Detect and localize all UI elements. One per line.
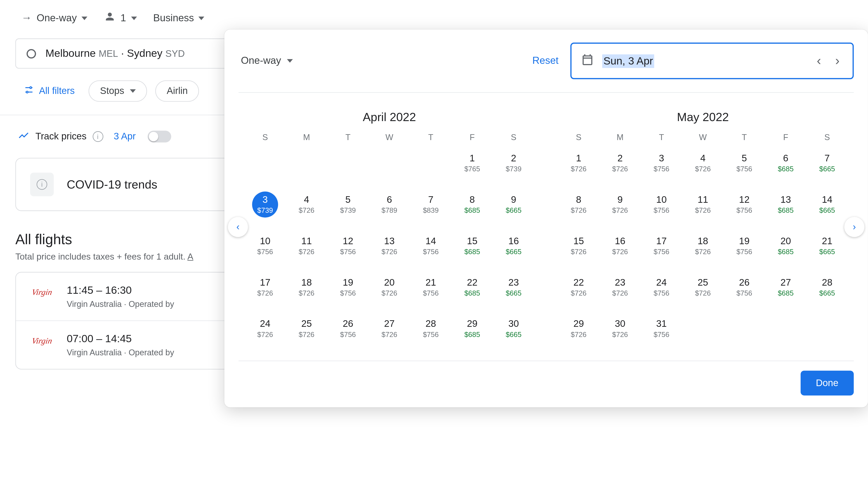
calendar-day[interactable]: 13$726 (369, 231, 410, 261)
day-number: 4 (700, 153, 706, 164)
calendar-day[interactable]: 20$685 (765, 231, 806, 261)
info-icon[interactable]: i (92, 131, 103, 142)
calendar-day[interactable]: 16$726 (599, 231, 641, 261)
date-next-button[interactable]: › (832, 52, 843, 70)
cabin-select[interactable]: Business (153, 12, 205, 24)
popover-trip-type-select[interactable]: One-way (239, 51, 295, 70)
day-price: $665 (819, 289, 835, 297)
calendar-day[interactable]: 25$726 (682, 272, 723, 303)
calendar-day[interactable]: 8$726 (558, 189, 599, 220)
calendar-day[interactable]: 6$685 (765, 148, 806, 178)
calendar-day[interactable]: 12$756 (723, 189, 765, 220)
calendar-day[interactable]: 1$765 (452, 148, 493, 178)
calendar-day[interactable]: 4$726 (286, 189, 327, 220)
calendar-day[interactable]: 6$789 (369, 189, 410, 220)
calendar-day[interactable]: 14$665 (807, 189, 848, 220)
day-price: $726 (299, 206, 314, 215)
calendar-day[interactable]: 28$665 (807, 272, 848, 303)
calendar-day[interactable]: 23$726 (599, 272, 641, 303)
calendar-day[interactable]: 26$756 (327, 313, 369, 344)
calendar-day[interactable]: 20$726 (369, 272, 410, 303)
calendar-day[interactable]: 10$756 (641, 189, 682, 220)
day-number: 21 (426, 277, 436, 288)
dow-label: F (452, 133, 493, 142)
all-filters-button[interactable]: All filters (18, 81, 81, 101)
calendar-day[interactable]: 2$726 (599, 148, 641, 178)
calendar-day[interactable]: 7$665 (807, 148, 848, 178)
calendar-day[interactable]: 11$726 (682, 189, 723, 220)
calendar-day[interactable]: 17$756 (641, 231, 682, 261)
day-number: 15 (467, 236, 477, 247)
calendar-day[interactable]: 29$685 (452, 313, 493, 344)
day-number: 31 (656, 319, 666, 329)
day-number: 27 (780, 277, 791, 288)
calendar-day[interactable]: 31$756 (641, 313, 682, 344)
calendar-day[interactable]: 26$756 (723, 272, 765, 303)
day-price: $756 (257, 248, 273, 256)
day-price: $726 (612, 165, 628, 173)
calendar-day[interactable]: 30$665 (493, 313, 534, 344)
day-price: $685 (464, 248, 480, 256)
calendar-day[interactable]: 15$685 (452, 231, 493, 261)
calendar-day[interactable]: 21$756 (410, 272, 452, 303)
day-number: 20 (384, 277, 395, 288)
day-number: 12 (739, 194, 749, 205)
calendar-day[interactable]: 22$726 (558, 272, 599, 303)
reset-button[interactable]: Reset (532, 55, 559, 67)
calendar-day[interactable]: 17$726 (244, 272, 286, 303)
stops-filter-chip[interactable]: Stops (89, 80, 147, 102)
calendar-day[interactable]: 5$756 (723, 148, 765, 178)
day-number: 22 (467, 277, 477, 288)
origin-radio-icon (27, 49, 36, 58)
calendar-day[interactable]: 1$726 (558, 148, 599, 178)
done-button[interactable]: Done (800, 371, 854, 396)
calendar-day[interactable]: 24$726 (244, 313, 286, 344)
dow-label: S (558, 133, 599, 142)
calendar-day[interactable]: 15$726 (558, 231, 599, 261)
calendar-day[interactable]: 3$756 (641, 148, 682, 178)
calendar-day[interactable]: 27$726 (369, 313, 410, 344)
calendar-day[interactable]: 21$665 (807, 231, 848, 261)
calendar-day[interactable]: 19$756 (327, 272, 369, 303)
calendar-day[interactable]: 7$839 (410, 189, 452, 220)
covid-label: COVID-19 trends (67, 178, 157, 191)
calendar-next-month-button[interactable]: › (844, 217, 864, 237)
day-price: $726 (299, 289, 314, 297)
trip-type-select[interactable]: → One-way (21, 12, 88, 24)
calendar-day[interactable]: 5$739 (327, 189, 369, 220)
calendar-prev-month-button[interactable]: ‹ (228, 217, 248, 237)
calendar-day[interactable]: 16$665 (493, 231, 534, 261)
calendar-day[interactable]: 19$756 (723, 231, 765, 261)
calendar-day[interactable]: 23$665 (493, 272, 534, 303)
chevron-down-icon (199, 16, 205, 20)
calendar-day[interactable]: 9$726 (599, 189, 641, 220)
calendar-day[interactable]: 29$726 (558, 313, 599, 344)
calendar-day[interactable]: 13$685 (765, 189, 806, 220)
calendar-day[interactable]: 18$726 (682, 231, 723, 261)
calendar-day[interactable]: 18$726 (286, 272, 327, 303)
day-number: 22 (574, 277, 584, 288)
calendar-day[interactable]: 28$756 (410, 313, 452, 344)
passengers-select[interactable]: 1 (104, 11, 137, 25)
calendar-day[interactable]: 3$739 (244, 189, 286, 220)
departure-date-input[interactable]: Sun, 3 Apr ‹ › (570, 42, 854, 79)
day-number: 9 (617, 194, 622, 205)
calendar-day[interactable]: 4$726 (682, 148, 723, 178)
calendar-day[interactable]: 12$756 (327, 231, 369, 261)
track-prices-toggle[interactable] (148, 131, 171, 142)
calendar-day[interactable]: 27$685 (765, 272, 806, 303)
calendar-day[interactable]: 9$665 (493, 189, 534, 220)
day-number: 4 (304, 194, 309, 205)
date-prev-button[interactable]: ‹ (813, 52, 825, 70)
calendar-day[interactable]: 25$726 (286, 313, 327, 344)
airlines-filter-chip[interactable]: Airlin (156, 80, 199, 102)
calendar-day[interactable]: 8$685 (452, 189, 493, 220)
calendar-day[interactable]: 10$756 (244, 231, 286, 261)
calendar-day[interactable]: 14$756 (410, 231, 452, 261)
calendar-day[interactable]: 22$685 (452, 272, 493, 303)
calendar-day[interactable]: 11$726 (286, 231, 327, 261)
calendar-day[interactable]: 24$756 (641, 272, 682, 303)
day-number: 11 (698, 194, 708, 205)
calendar-day[interactable]: 30$726 (599, 313, 641, 344)
calendar-day[interactable]: 2$739 (493, 148, 534, 178)
